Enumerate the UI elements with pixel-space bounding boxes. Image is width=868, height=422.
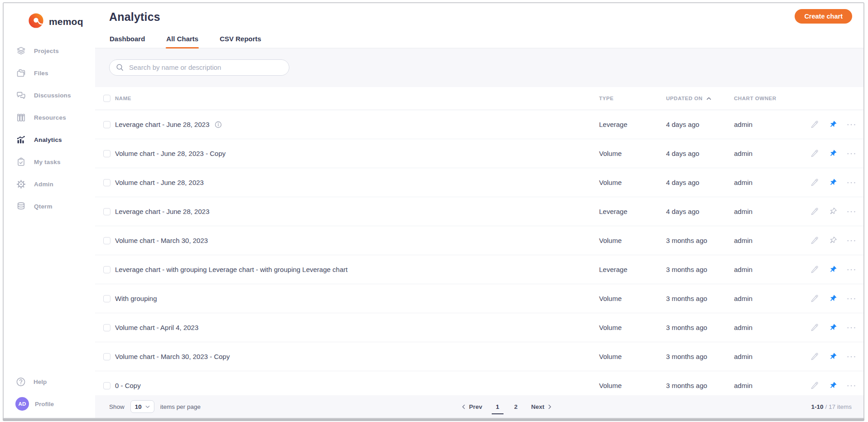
create-chart-button[interactable]: Create chart: [795, 9, 852, 24]
chart-name-cell[interactable]: Volume chart - June 28, 2023: [115, 179, 599, 186]
row-checkbox[interactable]: [103, 266, 110, 273]
chart-name: 0 - Copy: [115, 382, 141, 389]
row-checkbox[interactable]: [103, 121, 110, 128]
chart-name: Volume chart - April 4, 2023: [115, 324, 198, 331]
chart-owner-cell: admin: [734, 324, 817, 331]
chart-name-cell[interactable]: Leverage chart - with grouping Leverage …: [115, 266, 599, 273]
next-page-button[interactable]: Next: [531, 403, 551, 410]
column-header-chart-owner[interactable]: CHART OWNER: [734, 96, 817, 101]
more-actions-icon[interactable]: [847, 181, 857, 184]
edit-icon[interactable]: [810, 381, 819, 390]
analytics-icon: [15, 135, 26, 146]
pin-filled-icon[interactable]: [829, 149, 837, 158]
more-actions-icon[interactable]: [847, 384, 857, 388]
chart-type-cell: Volume: [599, 382, 666, 389]
edit-icon[interactable]: [810, 120, 819, 129]
row-checkbox[interactable]: [103, 295, 110, 302]
sidebar-item-resources[interactable]: Resources: [4, 107, 95, 129]
page-size-select[interactable]: 10: [130, 400, 154, 413]
chart-name-cell[interactable]: 0 - Copy: [115, 382, 599, 389]
sidebar-item-label: Discussions: [34, 92, 71, 99]
edit-icon[interactable]: [810, 236, 819, 245]
more-actions-icon[interactable]: [847, 152, 857, 155]
chart-name-cell[interactable]: Leverage chart - June 28, 2023: [115, 208, 599, 215]
sidebar-item-profile[interactable]: AD Profile: [15, 397, 95, 411]
chart-name-cell[interactable]: With grouping: [115, 295, 599, 302]
row-checkbox[interactable]: [103, 179, 110, 186]
pin-outline-icon[interactable]: [829, 236, 837, 245]
more-actions-icon[interactable]: [847, 326, 857, 330]
select-all-checkbox[interactable]: [103, 95, 110, 102]
column-header-name[interactable]: NAME: [115, 96, 599, 101]
page-number-2[interactable]: 2: [513, 403, 519, 410]
sidebar-item-admin[interactable]: Admin: [4, 173, 95, 195]
sidebar-item-projects[interactable]: Projects: [4, 40, 95, 62]
sidebar-item-help[interactable]: Help: [15, 376, 95, 387]
edit-icon[interactable]: [810, 149, 819, 158]
edit-icon[interactable]: [810, 352, 819, 361]
row-checkbox[interactable]: [103, 208, 110, 215]
chart-name: Volume chart - June 28, 2023: [115, 179, 204, 186]
pager: Prev 12 Next: [462, 403, 552, 410]
sidebar-item-analytics[interactable]: Analytics: [4, 129, 95, 151]
row-checkbox[interactable]: [103, 150, 110, 157]
sidebar-item-qterm[interactable]: Qterm: [4, 195, 95, 218]
tab-csv-reports[interactable]: CSV Reports: [219, 35, 262, 48]
more-actions-icon[interactable]: [847, 210, 857, 213]
chart-name-cell[interactable]: Volume chart - March 30, 2023 - Copy: [115, 353, 599, 360]
chart-name-cell[interactable]: Volume chart - March 30, 2023: [115, 237, 599, 244]
row-actions: [817, 236, 857, 245]
column-header-updated-on[interactable]: UPDATED ON: [666, 96, 734, 101]
row-actions: [817, 352, 857, 361]
row-checkbox[interactable]: [103, 353, 110, 360]
page-title: Analytics: [95, 10, 863, 24]
chart-name: Leverage chart - June 28, 2023: [115, 121, 209, 128]
pin-filled-icon[interactable]: [829, 265, 837, 274]
row-actions: [817, 381, 857, 390]
chart-name-cell[interactable]: Volume chart - April 4, 2023: [115, 324, 599, 331]
edit-icon[interactable]: [810, 207, 819, 216]
pin-filled-icon[interactable]: [829, 294, 837, 303]
page-number-1[interactable]: 1: [494, 403, 501, 410]
table-row: Leverage chart - June 28, 2023Leverage4 …: [95, 197, 863, 226]
more-actions-icon[interactable]: [847, 297, 857, 301]
sidebar-item-my-tasks[interactable]: My tasks: [4, 151, 95, 173]
chart-name-cell[interactable]: Leverage chart - June 28, 2023: [115, 121, 599, 128]
chart-type-cell: Volume: [599, 237, 666, 244]
pin-filled-icon[interactable]: [829, 120, 837, 129]
edit-icon[interactable]: [810, 178, 819, 187]
edit-icon[interactable]: [810, 294, 819, 303]
row-checkbox[interactable]: [103, 324, 110, 331]
more-actions-icon[interactable]: [847, 355, 857, 359]
chart-name-cell[interactable]: Volume chart - June 28, 2023 - Copy: [115, 150, 599, 157]
table-row: Volume chart - March 30, 2023Volume3 mon…: [95, 226, 863, 255]
more-actions-icon[interactable]: [847, 239, 857, 243]
chart-owner-cell: admin: [734, 208, 817, 215]
brand: memoq: [27, 12, 95, 31]
prev-page-button[interactable]: Prev: [462, 403, 482, 410]
pin-filled-icon[interactable]: [829, 178, 837, 187]
pin-filled-icon[interactable]: [829, 323, 837, 332]
sidebar-item-files[interactable]: Files: [4, 62, 95, 84]
row-checkbox[interactable]: [103, 382, 110, 389]
row-actions: [817, 207, 857, 216]
tab-all-charts[interactable]: All Charts: [166, 35, 199, 48]
help-icon: [15, 376, 26, 387]
column-header-type[interactable]: TYPE: [599, 96, 666, 101]
info-icon[interactable]: [215, 121, 222, 128]
table-header-row: NAME TYPE UPDATED ON CHART OWNER: [95, 87, 863, 110]
sidebar-item-discussions[interactable]: Discussions: [4, 84, 95, 107]
edit-icon[interactable]: [810, 265, 819, 274]
search-input[interactable]: [128, 63, 283, 72]
row-checkbox[interactable]: [103, 237, 110, 244]
table-row: Volume chart - April 4, 2023Volume3 mont…: [95, 313, 863, 342]
more-actions-icon[interactable]: [847, 123, 857, 126]
edit-icon[interactable]: [810, 323, 819, 332]
pin-filled-icon[interactable]: [829, 352, 837, 361]
chart-owner-cell: admin: [734, 266, 817, 273]
more-actions-icon[interactable]: [847, 268, 857, 272]
tab-dashboard[interactable]: Dashboard: [109, 35, 145, 48]
pin-filled-icon[interactable]: [829, 381, 837, 390]
chart-owner-cell: admin: [734, 179, 817, 186]
pin-outline-icon[interactable]: [829, 207, 837, 216]
